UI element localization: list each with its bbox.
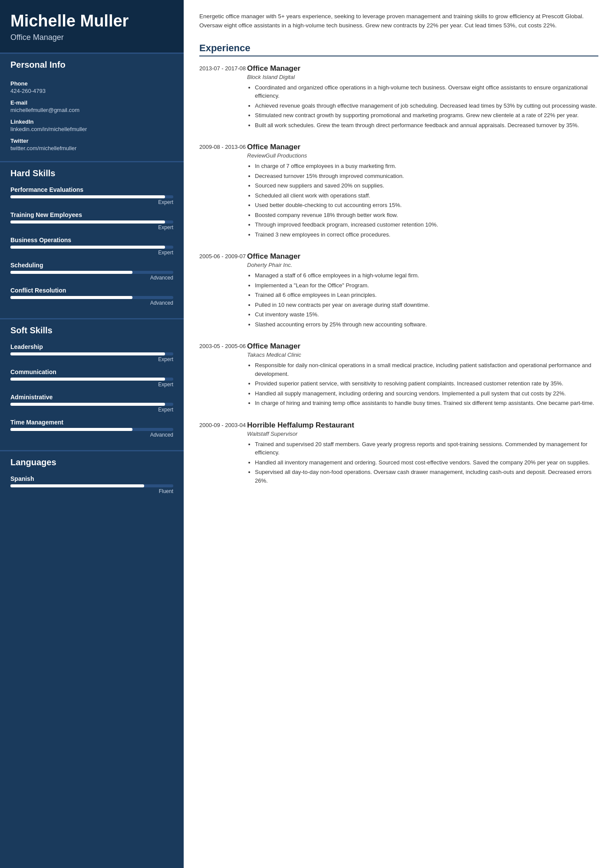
bullet: Sourced new suppliers and saved 20% on s… xyxy=(255,181,598,190)
skill-bar-fill xyxy=(10,428,132,431)
skill-level: Expert xyxy=(10,224,173,230)
skill-bar-fill xyxy=(10,220,165,224)
skill-bar-bg xyxy=(10,220,173,224)
exp-body-2: Office Manager ReviewGull Productions In… xyxy=(247,143,598,240)
skill-level: Advanced xyxy=(10,275,173,281)
skill-bar-bg xyxy=(10,246,173,249)
bullet: In charge of 7 office employees in a bus… xyxy=(255,162,598,171)
bullet: Built all work schedules. Grew the team … xyxy=(255,121,598,130)
languages-heading: Languages xyxy=(0,450,184,472)
skill-training-new-employees: Training New Employees Expert xyxy=(10,211,173,230)
bullet: Supervised all day-to-day non-food opera… xyxy=(255,468,598,485)
skill-level: Expert xyxy=(10,381,173,388)
linkedin-value: linkedin.com/in/michellefmuller xyxy=(10,126,173,132)
exp-dates-5: 2000-09 - 2003-04 xyxy=(199,421,247,487)
bullet: Handled all inventory management and ord… xyxy=(255,458,598,467)
skill-level: Expert xyxy=(10,356,173,362)
skill-communication: Communication Expert xyxy=(10,368,173,388)
skill-bar-fill xyxy=(10,403,165,406)
bullet: Trained and supervised 20 staff members.… xyxy=(255,440,598,457)
skill-bar-bg xyxy=(10,195,173,198)
bullet: Managed a staff of 6 office employees in… xyxy=(255,271,598,280)
skill-level: Advanced xyxy=(10,300,173,306)
exp-dates-3: 2005-06 - 2009-07 xyxy=(199,252,247,330)
sidebar-header: Michelle Muller Office Manager xyxy=(0,0,184,53)
exp-body-5: Horrible Heffalump Restaurant Waitstaff … xyxy=(247,421,598,487)
skill-bar-fill xyxy=(10,195,165,198)
soft-skills-heading: Soft Skills xyxy=(0,318,184,340)
skill-name: Business Operations xyxy=(10,237,173,243)
exp-company-1: Block Island Digital xyxy=(247,74,598,80)
skill-bar-bg xyxy=(10,271,173,274)
skill-bar-fill xyxy=(10,352,165,355)
bullet: Pulled in 10 new contracts per year on a… xyxy=(255,301,598,309)
skill-level: Expert xyxy=(10,250,173,256)
skill-name: Conflict Resolution xyxy=(10,287,173,294)
exp-body-3: Office Manager Doherty Phair Inc. Manage… xyxy=(247,252,598,330)
exp-company-3: Doherty Phair Inc. xyxy=(247,262,598,268)
exp-dates-4: 2003-05 - 2005-06 xyxy=(199,342,247,409)
skill-name: Scheduling xyxy=(10,262,173,269)
bullet: Trained 3 new employees in correct offic… xyxy=(255,230,598,239)
skill-bar-fill xyxy=(10,246,165,249)
bullet: Coordinated and organized office operati… xyxy=(255,83,598,100)
skill-bar-bg xyxy=(10,428,173,431)
info-linkedin: LinkedIn linkedin.com/in/michellefmuller xyxy=(10,118,173,132)
skill-name: Performance Evaluations xyxy=(10,186,173,193)
info-twitter: Twitter twitter.com/michellefmuller xyxy=(10,138,173,151)
twitter-label: Twitter xyxy=(10,138,173,144)
language-name: Spanish xyxy=(10,475,173,482)
candidate-title: Office Manager xyxy=(10,33,173,42)
skill-name: Communication xyxy=(10,368,173,375)
exp-bullets-3: Managed a staff of 6 office employees in… xyxy=(247,271,598,329)
skill-name: Time Management xyxy=(10,419,173,426)
exp-dates-2: 2009-08 - 2013-06 xyxy=(199,143,247,240)
sidebar: Michelle Muller Office Manager Personal … xyxy=(0,0,184,868)
skill-time-management: Time Management Advanced xyxy=(10,419,173,438)
summary-text: Energetic office manager with 5+ years e… xyxy=(199,12,598,30)
skill-bar-fill xyxy=(10,484,144,487)
bullet: Handled all supply management, including… xyxy=(255,389,598,398)
bullet: Implemented a "Lean for the Office" Prog… xyxy=(255,281,598,290)
phone-label: Phone xyxy=(10,80,173,87)
bullet: Cut inventory waste 15%. xyxy=(255,310,598,319)
soft-skills-section: Leadership Expert Communication Expert A… xyxy=(0,340,184,450)
exp-entry-2: 2009-08 - 2013-06 Office Manager ReviewG… xyxy=(199,143,598,240)
languages-section: Spanish Fluent xyxy=(0,472,184,506)
exp-body-4: Office Manager Takacs Medical Clinic Res… xyxy=(247,342,598,409)
skill-business-operations: Business Operations Expert xyxy=(10,237,173,256)
exp-job-title-1: Office Manager xyxy=(247,64,598,73)
email-label: E-mail xyxy=(10,99,173,106)
exp-company-4: Takacs Medical Clinic xyxy=(247,352,598,358)
phone-value: 424-260-4793 xyxy=(10,88,173,94)
exp-entry-1: 2013-07 - 2017-08 Office Manager Block I… xyxy=(199,64,598,131)
bullet: Scheduled all client work with operation… xyxy=(255,191,598,200)
exp-bullets-5: Trained and supervised 20 staff members.… xyxy=(247,440,598,485)
skill-bar-fill xyxy=(10,271,132,274)
skill-bar-bg xyxy=(10,352,173,355)
skill-level: Expert xyxy=(10,199,173,205)
exp-job-title-4: Office Manager xyxy=(247,342,598,351)
exp-dates-1: 2013-07 - 2017-08 xyxy=(199,64,247,131)
exp-company-2: ReviewGull Productions xyxy=(247,152,598,159)
skill-level: Fluent xyxy=(10,488,173,494)
bullet: Provided superior patient service, with … xyxy=(255,379,598,388)
info-phone: Phone 424-260-4793 xyxy=(10,80,173,94)
skill-name: Training New Employees xyxy=(10,211,173,218)
resume-container: Michelle Muller Office Manager Personal … xyxy=(0,0,614,868)
exp-bullets-1: Coordinated and organized office operati… xyxy=(247,83,598,130)
skill-name: Administrative xyxy=(10,394,173,401)
skill-spanish: Spanish Fluent xyxy=(10,475,173,494)
main-content: Energetic office manager with 5+ years e… xyxy=(184,0,614,868)
bullet: Boosted company revenue 18% through bett… xyxy=(255,211,598,220)
bullet: In charge of hiring and training temp of… xyxy=(255,399,598,408)
linkedin-label: LinkedIn xyxy=(10,118,173,125)
skill-leadership: Leadership Expert xyxy=(10,343,173,362)
skill-bar-fill xyxy=(10,296,132,299)
candidate-name: Michelle Muller xyxy=(10,12,173,30)
skill-bar-bg xyxy=(10,403,173,406)
hard-skills-section: Performance Evaluations Expert Training … xyxy=(0,183,184,318)
personal-info-heading: Personal Info xyxy=(0,53,184,74)
skill-level: Advanced xyxy=(10,432,173,438)
exp-bullets-4: Responsible for daily non-clinical opera… xyxy=(247,361,598,408)
